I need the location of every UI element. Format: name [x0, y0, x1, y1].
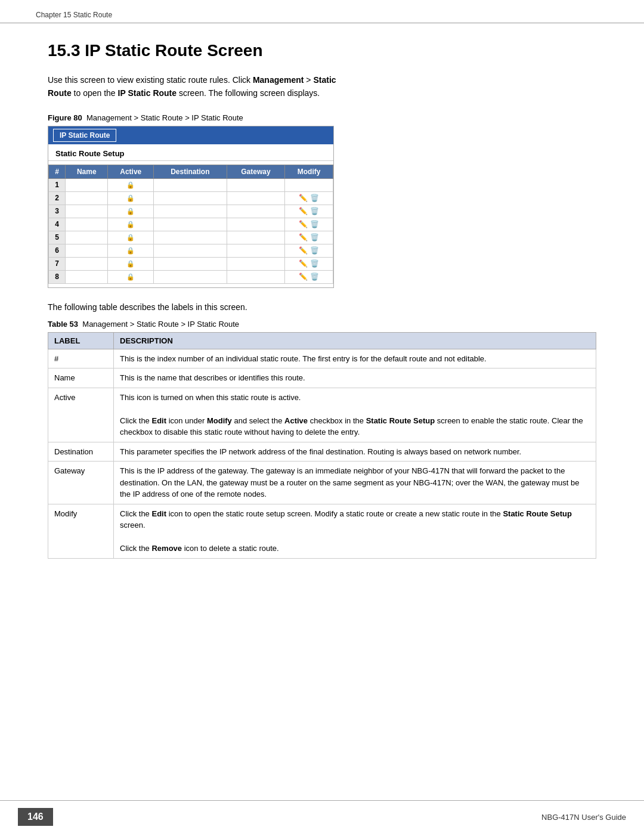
ui-table: # Name Active Destination Gateway Modify… [48, 165, 333, 284]
intro-bold4: IP Static Route [118, 88, 177, 98]
ui-screenshot: IP Static Route Static Route Setup # Nam… [48, 126, 334, 288]
intro-text-end: screen. The following screen displays. [177, 88, 320, 98]
modify-icons-container: ✏️🗑️ [289, 272, 329, 281]
row-number: 1 [49, 178, 66, 191]
edit-icon[interactable]: ✏️ [299, 207, 308, 215]
edit-icon[interactable]: ✏️ [299, 259, 308, 268]
desc-table-row: DestinationThis parameter specifies the … [48, 442, 596, 462]
active-icon: 🔒 [126, 181, 135, 188]
figure-caption-text: Management > Static Route > IP Static Ro… [86, 113, 243, 122]
desc-label: Destination [48, 442, 114, 462]
desc-description: This icon is turned on when this static … [114, 388, 596, 442]
active-icon: 🔒 [126, 208, 135, 215]
desc-label: Name [48, 368, 114, 388]
row-active: 🔒 [108, 244, 154, 257]
page-number: 146 [18, 808, 53, 826]
row-modify: ✏️🗑️ [285, 231, 333, 244]
delete-icon[interactable]: 🗑️ [310, 233, 319, 241]
delete-icon[interactable]: 🗑️ [310, 246, 319, 255]
delete-icon[interactable]: 🗑️ [310, 259, 319, 268]
active-icon: 🔒 [126, 221, 135, 228]
table53-caption-text: Management > Static Route > IP Static Ro… [82, 320, 239, 329]
row-name [66, 257, 108, 270]
desc-table-row: GatewayThis is the IP address of the gat… [48, 462, 596, 504]
table-row: 6🔒✏️🗑️ [49, 244, 333, 257]
row-destination [154, 178, 227, 191]
edit-icon[interactable]: ✏️ [299, 246, 308, 255]
edit-icon[interactable]: ✏️ [299, 194, 308, 202]
desc-description: This is the name that describes or ident… [114, 368, 596, 388]
row-destination [154, 218, 227, 231]
desc-th-description: DESCRIPTION [114, 332, 596, 349]
delete-icon[interactable]: 🗑️ [310, 194, 319, 202]
active-icon: 🔒 [126, 247, 135, 254]
desc-table-row: ModifyClick the Edit icon to open the st… [48, 504, 596, 558]
ui-tab-bar: IP Static Route [48, 126, 333, 144]
desc-description: Click the Edit icon to open the static r… [114, 504, 596, 558]
active-icon: 🔒 [126, 234, 135, 241]
row-destination [154, 231, 227, 244]
modify-icons-container: ✏️🗑️ [289, 220, 329, 228]
intro-text-after: to open the [72, 88, 118, 98]
modify-icons-container: ✏️🗑️ [289, 259, 329, 268]
desc-description: This parameter specifies the IP network … [114, 442, 596, 462]
row-name [66, 244, 108, 257]
row-gateway [227, 257, 285, 270]
desc-label: # [48, 349, 114, 368]
active-icon: 🔒 [126, 273, 135, 280]
edit-icon[interactable]: ✏️ [299, 220, 308, 228]
delete-icon[interactable]: 🗑️ [310, 272, 319, 281]
row-modify: ✏️🗑️ [285, 270, 333, 283]
header-text: Chapter 15 Static Route [36, 11, 112, 19]
th-destination: Destination [154, 165, 227, 178]
row-destination [154, 244, 227, 257]
ui-tab[interactable]: IP Static Route [53, 129, 116, 142]
row-gateway [227, 178, 285, 191]
row-name [66, 270, 108, 283]
row-modify: ✏️🗑️ [285, 191, 333, 205]
intro-arrow1: > [304, 75, 313, 85]
row-destination [154, 205, 227, 218]
edit-icon[interactable]: ✏️ [299, 272, 308, 281]
delete-icon[interactable]: 🗑️ [310, 207, 319, 215]
following-text: The following table describes the labels… [48, 301, 596, 314]
page-footer: 146 NBG-417N User's Guide [0, 800, 644, 833]
desc-description: This is the index number of an individua… [114, 349, 596, 368]
row-destination [154, 257, 227, 270]
th-modify: Modify [285, 165, 333, 178]
row-modify: ✏️🗑️ [285, 218, 333, 231]
description-table: LABEL DESCRIPTION #This is the index num… [48, 332, 596, 559]
table-row: 3🔒✏️🗑️ [49, 205, 333, 218]
row-gateway [227, 244, 285, 257]
figure-label: Figure 80 [48, 113, 82, 122]
row-active: 🔒 [108, 257, 154, 270]
intro-paragraph: Use this screen to view existing static … [48, 73, 537, 100]
row-modify: ✏️🗑️ [285, 257, 333, 270]
modify-icons-container: ✏️🗑️ [289, 207, 329, 215]
row-number: 6 [49, 244, 66, 257]
modify-icons-container: ✏️🗑️ [289, 246, 329, 255]
desc-label: Gateway [48, 462, 114, 504]
edit-icon[interactable]: ✏️ [299, 233, 308, 241]
row-destination [154, 270, 227, 283]
table-row: 8🔒✏️🗑️ [49, 270, 333, 283]
row-modify [285, 178, 333, 191]
row-name [66, 218, 108, 231]
table-row: 4🔒✏️🗑️ [49, 218, 333, 231]
desc-table-row: NameThis is the name that describes or i… [48, 368, 596, 388]
row-active: 🔒 [108, 178, 154, 191]
row-number: 5 [49, 231, 66, 244]
row-active: 🔒 [108, 270, 154, 283]
row-gateway [227, 191, 285, 205]
row-gateway [227, 231, 285, 244]
intro-bold1: Management [253, 75, 304, 85]
th-active: Active [108, 165, 154, 178]
row-number: 3 [49, 205, 66, 218]
row-name [66, 178, 108, 191]
row-modify: ✏️🗑️ [285, 205, 333, 218]
row-number: 8 [49, 270, 66, 283]
table53-caption: Table 53 Management > Static Route > IP … [48, 320, 596, 329]
row-gateway [227, 205, 285, 218]
delete-icon[interactable]: 🗑️ [310, 220, 319, 228]
modify-icons-container: ✏️🗑️ [289, 194, 329, 202]
